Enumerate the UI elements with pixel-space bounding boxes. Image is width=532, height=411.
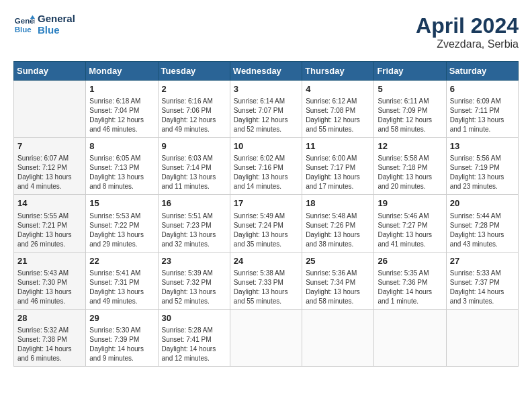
day-cell: 20Sunrise: 5:44 AM Sunset: 7:28 PM Dayli… <box>446 195 518 252</box>
day-cell: 4Sunrise: 6:12 AM Sunset: 7:08 PM Daylig… <box>302 81 374 138</box>
logo-blue: Blue <box>38 25 75 36</box>
day-number: 30 <box>162 312 226 324</box>
day-cell: 5Sunrise: 6:11 AM Sunset: 7:09 PM Daylig… <box>374 81 446 138</box>
day-info: Sunrise: 5:43 AM Sunset: 7:30 PM Dayligh… <box>17 269 82 306</box>
day-number: 4 <box>306 83 370 95</box>
day-number: 11 <box>306 140 370 152</box>
week-row-1: 1Sunrise: 6:18 AM Sunset: 7:04 PM Daylig… <box>14 81 519 138</box>
logo: General Blue General Blue <box>13 13 75 36</box>
day-number: 12 <box>378 140 442 152</box>
weekday-header-saturday: Saturday <box>446 62 518 81</box>
day-info: Sunrise: 6:18 AM Sunset: 7:04 PM Dayligh… <box>89 97 154 134</box>
location: Zvezdara, Serbia <box>416 38 519 50</box>
day-number: 9 <box>162 140 226 152</box>
day-info: Sunrise: 5:58 AM Sunset: 7:18 PM Dayligh… <box>378 154 442 191</box>
day-info: Sunrise: 5:33 AM Sunset: 7:37 PM Dayligh… <box>450 269 515 306</box>
day-cell: 30Sunrise: 5:28 AM Sunset: 7:41 PM Dayli… <box>158 309 230 366</box>
day-info: Sunrise: 5:35 AM Sunset: 7:36 PM Dayligh… <box>378 269 442 306</box>
day-number: 3 <box>234 83 298 95</box>
day-info: Sunrise: 6:11 AM Sunset: 7:09 PM Dayligh… <box>378 97 442 134</box>
day-info: Sunrise: 6:00 AM Sunset: 7:17 PM Dayligh… <box>306 154 370 191</box>
day-number: 7 <box>17 140 82 152</box>
day-info: Sunrise: 5:44 AM Sunset: 7:28 PM Dayligh… <box>450 212 515 249</box>
weekday-header-row: SundayMondayTuesdayWednesdayThursdayFrid… <box>14 62 519 81</box>
day-cell: 22Sunrise: 5:41 AM Sunset: 7:31 PM Dayli… <box>86 252 158 309</box>
day-info: Sunrise: 6:05 AM Sunset: 7:13 PM Dayligh… <box>89 154 154 191</box>
day-info: Sunrise: 5:36 AM Sunset: 7:34 PM Dayligh… <box>306 269 370 306</box>
day-cell: 29Sunrise: 5:30 AM Sunset: 7:39 PM Dayli… <box>86 309 158 366</box>
week-row-2: 7Sunrise: 6:07 AM Sunset: 7:12 PM Daylig… <box>14 138 519 195</box>
day-info: Sunrise: 5:48 AM Sunset: 7:26 PM Dayligh… <box>306 212 370 249</box>
day-cell: 6Sunrise: 6:09 AM Sunset: 7:11 PM Daylig… <box>446 81 518 138</box>
day-number: 22 <box>89 255 154 267</box>
calendar-table: SundayMondayTuesdayWednesdayThursdayFrid… <box>13 61 519 367</box>
day-info: Sunrise: 5:51 AM Sunset: 7:23 PM Dayligh… <box>162 212 226 249</box>
day-cell: 28Sunrise: 5:32 AM Sunset: 7:38 PM Dayli… <box>14 309 86 366</box>
day-cell: 18Sunrise: 5:48 AM Sunset: 7:26 PM Dayli… <box>302 195 374 252</box>
day-number: 25 <box>306 255 370 267</box>
day-cell <box>14 81 86 138</box>
day-info: Sunrise: 6:14 AM Sunset: 7:07 PM Dayligh… <box>234 97 298 134</box>
day-cell: 1Sunrise: 6:18 AM Sunset: 7:04 PM Daylig… <box>86 81 158 138</box>
day-number: 19 <box>378 197 442 210</box>
day-cell: 7Sunrise: 6:07 AM Sunset: 7:12 PM Daylig… <box>14 138 86 195</box>
day-number: 28 <box>17 312 82 324</box>
day-cell: 15Sunrise: 5:53 AM Sunset: 7:22 PM Dayli… <box>86 195 158 252</box>
title-block: April 2024 Zvezdara, Serbia <box>416 13 519 50</box>
day-cell: 2Sunrise: 6:16 AM Sunset: 7:06 PM Daylig… <box>158 81 230 138</box>
day-number: 5 <box>378 83 442 95</box>
day-info: Sunrise: 6:16 AM Sunset: 7:06 PM Dayligh… <box>162 97 226 134</box>
day-info: Sunrise: 5:30 AM Sunset: 7:39 PM Dayligh… <box>89 326 154 363</box>
day-number: 16 <box>162 197 226 210</box>
svg-text:Blue: Blue <box>15 25 32 33</box>
day-info: Sunrise: 5:41 AM Sunset: 7:31 PM Dayligh… <box>89 269 154 306</box>
day-cell: 14Sunrise: 5:55 AM Sunset: 7:21 PM Dayli… <box>14 195 86 252</box>
day-number: 13 <box>450 140 515 152</box>
day-cell: 13Sunrise: 5:56 AM Sunset: 7:19 PM Dayli… <box>446 138 518 195</box>
day-info: Sunrise: 5:56 AM Sunset: 7:19 PM Dayligh… <box>450 154 515 191</box>
day-info: Sunrise: 6:07 AM Sunset: 7:12 PM Dayligh… <box>17 154 82 191</box>
day-info: Sunrise: 6:02 AM Sunset: 7:16 PM Dayligh… <box>234 154 298 191</box>
day-number: 21 <box>17 255 82 267</box>
day-number: 15 <box>89 197 154 210</box>
day-number: 6 <box>450 83 515 95</box>
day-cell <box>230 309 302 366</box>
month-title: April 2024 <box>416 13 519 38</box>
day-cell: 3Sunrise: 6:14 AM Sunset: 7:07 PM Daylig… <box>230 81 302 138</box>
day-cell: 9Sunrise: 6:03 AM Sunset: 7:14 PM Daylig… <box>158 138 230 195</box>
day-number: 26 <box>378 255 442 267</box>
weekday-header-monday: Monday <box>86 62 158 81</box>
day-info: Sunrise: 6:09 AM Sunset: 7:11 PM Dayligh… <box>450 97 515 134</box>
week-row-4: 21Sunrise: 5:43 AM Sunset: 7:30 PM Dayli… <box>14 252 519 309</box>
day-cell: 17Sunrise: 5:49 AM Sunset: 7:24 PM Dayli… <box>230 195 302 252</box>
day-info: Sunrise: 5:38 AM Sunset: 7:33 PM Dayligh… <box>234 269 298 306</box>
day-cell: 23Sunrise: 5:39 AM Sunset: 7:32 PM Dayli… <box>158 252 230 309</box>
day-cell: 10Sunrise: 6:02 AM Sunset: 7:16 PM Dayli… <box>230 138 302 195</box>
weekday-header-sunday: Sunday <box>14 62 86 81</box>
day-cell: 21Sunrise: 5:43 AM Sunset: 7:30 PM Dayli… <box>14 252 86 309</box>
logo-icon: General Blue <box>13 14 35 36</box>
day-cell <box>302 309 374 366</box>
day-cell <box>446 309 518 366</box>
day-info: Sunrise: 5:53 AM Sunset: 7:22 PM Dayligh… <box>89 212 154 249</box>
day-number: 8 <box>89 140 154 152</box>
day-number: 17 <box>234 197 298 210</box>
weekday-header-tuesday: Tuesday <box>158 62 230 81</box>
day-cell: 19Sunrise: 5:46 AM Sunset: 7:27 PM Dayli… <box>374 195 446 252</box>
weekday-header-thursday: Thursday <box>302 62 374 81</box>
day-info: Sunrise: 5:39 AM Sunset: 7:32 PM Dayligh… <box>162 269 226 306</box>
day-number: 2 <box>162 83 226 95</box>
week-row-5: 28Sunrise: 5:32 AM Sunset: 7:38 PM Dayli… <box>14 309 519 366</box>
day-number: 20 <box>450 197 515 210</box>
day-cell: 12Sunrise: 5:58 AM Sunset: 7:18 PM Dayli… <box>374 138 446 195</box>
day-info: Sunrise: 5:49 AM Sunset: 7:24 PM Dayligh… <box>234 212 298 249</box>
day-cell: 11Sunrise: 6:00 AM Sunset: 7:17 PM Dayli… <box>302 138 374 195</box>
day-number: 14 <box>17 197 82 210</box>
weekday-header-wednesday: Wednesday <box>230 62 302 81</box>
day-info: Sunrise: 6:12 AM Sunset: 7:08 PM Dayligh… <box>306 97 370 134</box>
day-info: Sunrise: 5:46 AM Sunset: 7:27 PM Dayligh… <box>378 212 442 249</box>
day-number: 18 <box>306 197 370 210</box>
day-cell: 27Sunrise: 5:33 AM Sunset: 7:37 PM Dayli… <box>446 252 518 309</box>
day-number: 27 <box>450 255 515 267</box>
day-cell: 24Sunrise: 5:38 AM Sunset: 7:33 PM Dayli… <box>230 252 302 309</box>
